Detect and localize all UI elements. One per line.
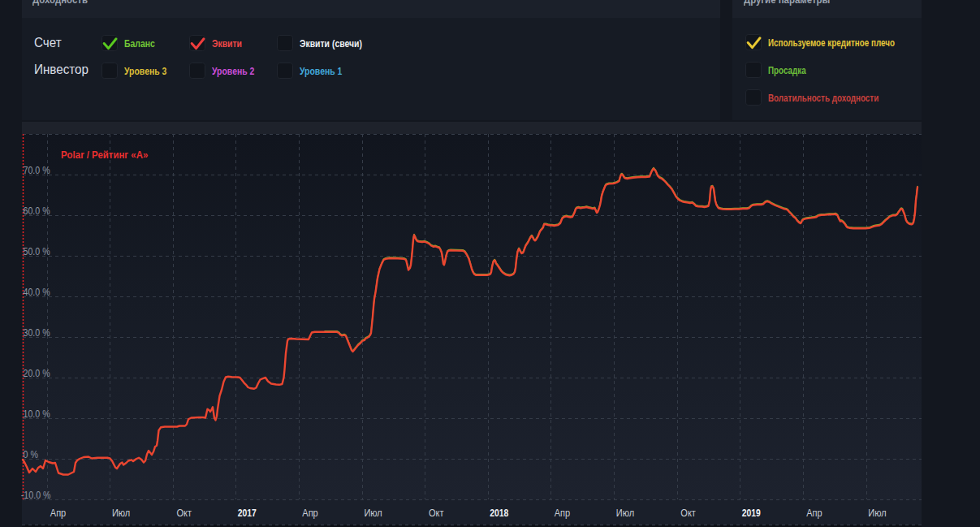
svg-text:10.0 %: 10.0 % (24, 408, 51, 420)
svg-text:50.0 %: 50.0 % (24, 245, 51, 257)
svg-text:Апр: Апр (555, 507, 571, 519)
svg-text:70.0 %: 70.0 % (24, 164, 51, 176)
svg-text:30.0 %: 30.0 % (24, 326, 51, 339)
svg-text:Апр: Апр (50, 507, 67, 519)
svg-text:2017: 2017 (238, 507, 257, 518)
svg-text:60.0 %: 60.0 % (24, 205, 51, 217)
svg-text:2018: 2018 (490, 507, 509, 518)
svg-text:Апр: Апр (806, 507, 822, 519)
svg-text:0 %: 0 % (24, 448, 39, 460)
svg-text:Июл: Июл (112, 507, 130, 519)
svg-text:-10.0 %: -10.0 % (21, 489, 51, 501)
svg-text:20.0 %: 20.0 % (24, 367, 51, 379)
svg-text:Июл: Июл (364, 507, 382, 519)
svg-text:40.0 %: 40.0 % (24, 286, 51, 298)
svg-text:2019: 2019 (742, 507, 762, 518)
svg-text:Окт: Окт (680, 507, 696, 519)
svg-text:Polar / Рейтинг «А»: Polar / Рейтинг «А» (61, 149, 148, 161)
svg-text:Окт: Окт (429, 507, 444, 519)
svg-text:Окт: Окт (176, 507, 192, 519)
svg-text:Июл: Июл (616, 507, 634, 519)
svg-text:Апр: Апр (302, 507, 318, 519)
svg-text:Июл: Июл (868, 507, 886, 519)
